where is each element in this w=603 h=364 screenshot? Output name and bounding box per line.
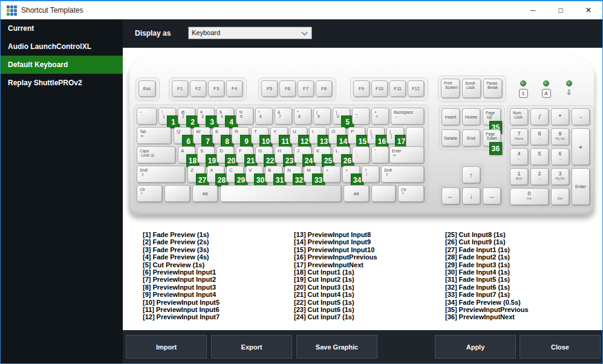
apply-button[interactable]: Apply bbox=[435, 335, 516, 359]
key-numpad-6[interactable]: 6→ bbox=[551, 148, 569, 165]
key-delete[interactable]: Delete bbox=[442, 129, 460, 146]
key-numpad-multiply[interactable]: * bbox=[551, 108, 569, 125]
key-f2[interactable]: F2 bbox=[190, 80, 206, 97]
sidebar-item-replay-shuttleprov2[interactable]: Replay ShuttlePROv2 bbox=[1, 74, 123, 92]
key-equals[interactable]: += bbox=[371, 108, 389, 125]
key-9[interactable]: (9 bbox=[313, 108, 331, 125]
shortcut-entry: [23] Cut Input6 (1s) bbox=[294, 306, 443, 313]
key-f11[interactable]: F11 bbox=[390, 80, 406, 97]
shortcut-entry: [9] PreviewInput Input4 bbox=[143, 291, 292, 298]
key-left-ctr[interactable]: Ctr* bbox=[137, 185, 162, 202]
shortcut-entry: [28] Fade Input2 (1s) bbox=[445, 253, 594, 261]
window-close-button[interactable]: × bbox=[575, 1, 602, 19]
key-numpad-8[interactable]: 8↑ bbox=[530, 128, 549, 145]
key-f9[interactable]: F9 bbox=[353, 80, 370, 97]
content-area: EscF1F2F3F4F5F6F7F8F9F10F11F12PrintScree… bbox=[123, 48, 602, 330]
shortcut-entry: [20] Cut Input3 (1s) bbox=[294, 284, 443, 291]
sidebar-item-current[interactable]: Current bbox=[1, 19, 123, 37]
sidebar-item-audio-launchcontrolxl[interactable]: Audio LaunchControlXL bbox=[1, 37, 123, 56]
key-numpad-plus[interactable]: + bbox=[572, 128, 590, 165]
key-enter-top[interactable] bbox=[406, 127, 424, 148]
key-f12[interactable]: F12 bbox=[408, 80, 424, 97]
key-right-win[interactable] bbox=[371, 185, 396, 202]
sidebar-item-default-keyboard[interactable]: Default Keyboard bbox=[1, 56, 123, 74]
key-numpad-7[interactable]: 7Home bbox=[510, 128, 528, 145]
display-as-dropdown[interactable]: Keyboard bbox=[188, 27, 312, 39]
key-numpad-3[interactable]: 3Pg Dn bbox=[551, 168, 569, 185]
key-pause-break[interactable]: PauseBreak bbox=[483, 79, 502, 98]
key-enter[interactable]: Enter↵ bbox=[389, 146, 424, 163]
shortcut-templates-window: Shortcut Templates ─□× CurrentAudio Laun… bbox=[0, 0, 603, 364]
close-button[interactable]: Close bbox=[520, 335, 601, 359]
key-left-shift[interactable]: Shift⇧ bbox=[137, 166, 185, 183]
key-insert[interactable]: Insert bbox=[442, 108, 460, 125]
key-numpad-enter[interactable]: Enter bbox=[572, 168, 590, 205]
shortcut-entry: [11] PreviewInput Input6 bbox=[143, 306, 292, 313]
key-backtick[interactable]: ~` bbox=[137, 108, 157, 125]
key-home[interactable]: Home bbox=[462, 108, 480, 125]
key-5[interactable]: %5 bbox=[236, 108, 253, 125]
key-6[interactable]: ^6 bbox=[255, 108, 273, 125]
key-numpad-0[interactable]: 0Ins bbox=[510, 188, 549, 205]
shortcut-entry: [4] Fade Preview (4s) bbox=[143, 253, 292, 261]
key-numpad-5[interactable]: 5 bbox=[530, 148, 549, 165]
key-caps-lock[interactable]: CapsLock Ⓐ bbox=[137, 146, 175, 163]
export-button[interactable]: Export bbox=[211, 335, 292, 359]
key-end[interactable]: End bbox=[462, 129, 480, 146]
key-minus[interactable]: _- bbox=[352, 108, 370, 125]
key-f4[interactable]: F4 bbox=[226, 80, 243, 97]
key-arrow-right[interactable]: → bbox=[483, 187, 501, 204]
app-icon-cell bbox=[10, 13, 13, 16]
key-arrow-down[interactable]: ↓ bbox=[462, 187, 480, 204]
key-numpad-2[interactable]: 2↓ bbox=[530, 168, 549, 185]
save-graphic-button[interactable]: Save Graphic bbox=[296, 335, 377, 359]
key-quote[interactable]: "' bbox=[371, 146, 389, 163]
key-numpad-dot[interactable]: .Del bbox=[551, 188, 569, 205]
key-arrow-left[interactable]: ← bbox=[442, 187, 460, 204]
app-icon-cell bbox=[14, 13, 17, 16]
key-f3[interactable]: F3 bbox=[208, 80, 224, 97]
key-print-screen[interactable]: PrintScreen bbox=[441, 79, 460, 98]
key-numpad-9[interactable]: 9Pg Up bbox=[551, 128, 569, 145]
key-slash[interactable]: ?/ bbox=[362, 166, 379, 183]
key-left-win[interactable] bbox=[165, 185, 190, 202]
key-space[interactable] bbox=[220, 185, 341, 202]
key-semicolon[interactable]: :; bbox=[352, 146, 370, 163]
app-icon-cell bbox=[7, 5, 10, 8]
key-backspace[interactable]: Backspace← bbox=[391, 108, 424, 125]
key-8[interactable]: *8 bbox=[294, 108, 311, 125]
key-right-alt[interactable]: Alt bbox=[344, 185, 369, 202]
key-f6[interactable]: F6 bbox=[279, 80, 296, 97]
window-maximize-button[interactable]: □ bbox=[547, 1, 575, 19]
window-minimize-button[interactable]: ─ bbox=[519, 1, 547, 19]
key-numpad-4[interactable]: 4← bbox=[510, 148, 528, 165]
caps-lock-led: A bbox=[539, 80, 553, 98]
key-numpad-divide[interactable]: / bbox=[530, 108, 549, 125]
key-right-shift[interactable]: Shift⇧ bbox=[381, 166, 424, 183]
window-title: Shortcut Templates bbox=[21, 6, 83, 15]
shortcut-entry: [1] Fade Preview (1s) bbox=[143, 231, 292, 238]
key-num-lock[interactable]: NumLock bbox=[510, 108, 528, 125]
key-scroll-lock[interactable]: ScrollLock bbox=[462, 79, 481, 98]
key-left-alt[interactable]: Alt bbox=[192, 185, 218, 202]
shortcut-entry: [34] Fade Preview (0.5s) bbox=[445, 299, 594, 306]
key-f5[interactable]: F5 bbox=[261, 80, 278, 97]
app-icon-cell bbox=[14, 5, 17, 8]
key-7[interactable]: &7 bbox=[275, 108, 292, 125]
titlebar: Shortcut Templates ─□× bbox=[1, 1, 602, 19]
key-esc[interactable]: Esc bbox=[139, 80, 155, 97]
app-icon-cell bbox=[7, 13, 10, 16]
key-tab[interactable]: Tab⇤ bbox=[137, 127, 171, 144]
key-right-ctr[interactable]: Ctr* bbox=[398, 185, 424, 202]
key-numpad-minus[interactable]: - bbox=[572, 108, 590, 125]
key-f8[interactable]: F8 bbox=[316, 80, 332, 97]
app-icon-cell bbox=[14, 9, 17, 12]
key-f7[interactable]: F7 bbox=[298, 80, 314, 97]
key-f1[interactable]: F1 bbox=[172, 80, 188, 97]
key-comma[interactable]: <, bbox=[323, 166, 341, 183]
shortcut-entry: [7] PreviewInput Input2 bbox=[143, 276, 292, 283]
key-numpad-1[interactable]: 1End bbox=[510, 168, 528, 185]
key-arrow-up[interactable]: ↑ bbox=[462, 166, 480, 183]
import-button[interactable]: Import bbox=[126, 335, 207, 359]
key-f10[interactable]: F10 bbox=[371, 80, 388, 97]
